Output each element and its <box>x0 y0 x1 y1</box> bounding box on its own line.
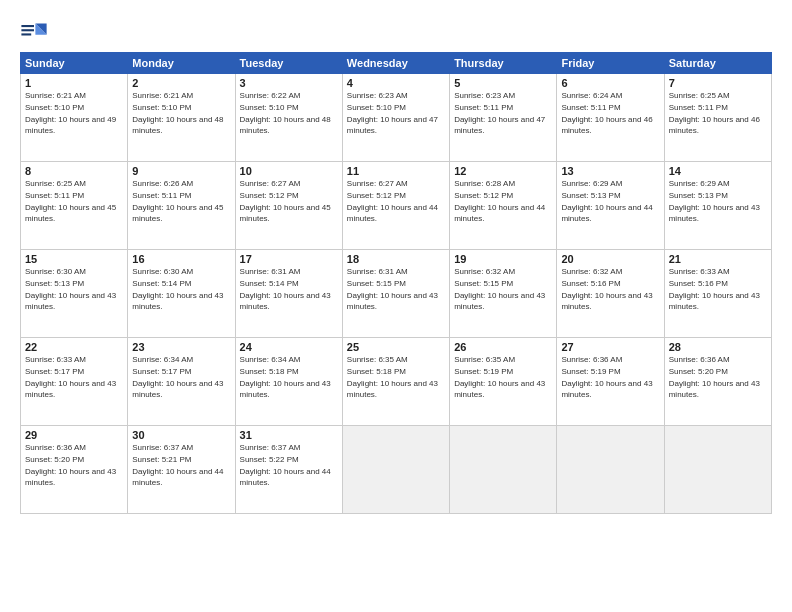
day-number: 18 <box>347 253 445 265</box>
day-number: 15 <box>25 253 123 265</box>
svg-rect-4 <box>21 29 34 31</box>
calendar-cell: 28 Sunrise: 6:36 AMSunset: 5:20 PMDaylig… <box>664 338 771 426</box>
day-number: 7 <box>669 77 767 89</box>
day-info: Sunrise: 6:23 AMSunset: 5:10 PMDaylight:… <box>347 91 438 135</box>
day-info: Sunrise: 6:27 AMSunset: 5:12 PMDaylight:… <box>347 179 438 223</box>
svg-rect-5 <box>21 33 31 35</box>
week-row-2: 8 Sunrise: 6:25 AMSunset: 5:11 PMDayligh… <box>21 162 772 250</box>
day-number: 8 <box>25 165 123 177</box>
calendar-cell: 14 Sunrise: 6:29 AMSunset: 5:13 PMDaylig… <box>664 162 771 250</box>
calendar-cell: 1 Sunrise: 6:21 AMSunset: 5:10 PMDayligh… <box>21 74 128 162</box>
day-info: Sunrise: 6:30 AMSunset: 5:13 PMDaylight:… <box>25 267 116 311</box>
day-info: Sunrise: 6:36 AMSunset: 5:19 PMDaylight:… <box>561 355 652 399</box>
day-info: Sunrise: 6:25 AMSunset: 5:11 PMDaylight:… <box>25 179 116 223</box>
day-number: 29 <box>25 429 123 441</box>
page: SundayMondayTuesdayWednesdayThursdayFrid… <box>0 0 792 612</box>
day-info: Sunrise: 6:37 AMSunset: 5:22 PMDaylight:… <box>240 443 331 487</box>
day-number: 11 <box>347 165 445 177</box>
calendar-cell: 25 Sunrise: 6:35 AMSunset: 5:18 PMDaylig… <box>342 338 449 426</box>
calendar-cell: 13 Sunrise: 6:29 AMSunset: 5:13 PMDaylig… <box>557 162 664 250</box>
calendar-cell: 5 Sunrise: 6:23 AMSunset: 5:11 PMDayligh… <box>450 74 557 162</box>
day-number: 4 <box>347 77 445 89</box>
day-info: Sunrise: 6:33 AMSunset: 5:17 PMDaylight:… <box>25 355 116 399</box>
day-number: 10 <box>240 165 338 177</box>
day-info: Sunrise: 6:28 AMSunset: 5:12 PMDaylight:… <box>454 179 545 223</box>
weekday-header-monday: Monday <box>128 53 235 74</box>
calendar-cell <box>664 426 771 514</box>
day-number: 12 <box>454 165 552 177</box>
day-number: 19 <box>454 253 552 265</box>
day-info: Sunrise: 6:24 AMSunset: 5:11 PMDaylight:… <box>561 91 652 135</box>
day-number: 5 <box>454 77 552 89</box>
day-number: 3 <box>240 77 338 89</box>
calendar-cell: 2 Sunrise: 6:21 AMSunset: 5:10 PMDayligh… <box>128 74 235 162</box>
week-row-3: 15 Sunrise: 6:30 AMSunset: 5:13 PMDaylig… <box>21 250 772 338</box>
calendar-cell: 6 Sunrise: 6:24 AMSunset: 5:11 PMDayligh… <box>557 74 664 162</box>
calendar-table: SundayMondayTuesdayWednesdayThursdayFrid… <box>20 52 772 514</box>
svg-rect-3 <box>21 25 34 27</box>
weekday-header-friday: Friday <box>557 53 664 74</box>
calendar-cell: 29 Sunrise: 6:36 AMSunset: 5:20 PMDaylig… <box>21 426 128 514</box>
calendar-cell: 12 Sunrise: 6:28 AMSunset: 5:12 PMDaylig… <box>450 162 557 250</box>
calendar-cell: 16 Sunrise: 6:30 AMSunset: 5:14 PMDaylig… <box>128 250 235 338</box>
day-info: Sunrise: 6:35 AMSunset: 5:19 PMDaylight:… <box>454 355 545 399</box>
day-number: 6 <box>561 77 659 89</box>
day-info: Sunrise: 6:31 AMSunset: 5:15 PMDaylight:… <box>347 267 438 311</box>
day-number: 14 <box>669 165 767 177</box>
week-row-1: 1 Sunrise: 6:21 AMSunset: 5:10 PMDayligh… <box>21 74 772 162</box>
day-info: Sunrise: 6:33 AMSunset: 5:16 PMDaylight:… <box>669 267 760 311</box>
day-number: 1 <box>25 77 123 89</box>
weekday-header-wednesday: Wednesday <box>342 53 449 74</box>
calendar-cell: 27 Sunrise: 6:36 AMSunset: 5:19 PMDaylig… <box>557 338 664 426</box>
calendar-cell: 11 Sunrise: 6:27 AMSunset: 5:12 PMDaylig… <box>342 162 449 250</box>
calendar-cell: 7 Sunrise: 6:25 AMSunset: 5:11 PMDayligh… <box>664 74 771 162</box>
day-info: Sunrise: 6:30 AMSunset: 5:14 PMDaylight:… <box>132 267 223 311</box>
day-number: 24 <box>240 341 338 353</box>
calendar-cell: 21 Sunrise: 6:33 AMSunset: 5:16 PMDaylig… <box>664 250 771 338</box>
logo-icon <box>20 18 48 46</box>
day-info: Sunrise: 6:21 AMSunset: 5:10 PMDaylight:… <box>25 91 116 135</box>
calendar-cell: 8 Sunrise: 6:25 AMSunset: 5:11 PMDayligh… <box>21 162 128 250</box>
calendar-cell: 31 Sunrise: 6:37 AMSunset: 5:22 PMDaylig… <box>235 426 342 514</box>
day-info: Sunrise: 6:36 AMSunset: 5:20 PMDaylight:… <box>25 443 116 487</box>
logo <box>20 18 52 46</box>
weekday-header-thursday: Thursday <box>450 53 557 74</box>
day-number: 22 <box>25 341 123 353</box>
day-info: Sunrise: 6:31 AMSunset: 5:14 PMDaylight:… <box>240 267 331 311</box>
day-number: 23 <box>132 341 230 353</box>
weekday-header-saturday: Saturday <box>664 53 771 74</box>
day-number: 27 <box>561 341 659 353</box>
day-info: Sunrise: 6:25 AMSunset: 5:11 PMDaylight:… <box>669 91 760 135</box>
day-info: Sunrise: 6:37 AMSunset: 5:21 PMDaylight:… <box>132 443 223 487</box>
calendar-cell: 4 Sunrise: 6:23 AMSunset: 5:10 PMDayligh… <box>342 74 449 162</box>
day-info: Sunrise: 6:22 AMSunset: 5:10 PMDaylight:… <box>240 91 331 135</box>
day-info: Sunrise: 6:26 AMSunset: 5:11 PMDaylight:… <box>132 179 223 223</box>
calendar-cell: 9 Sunrise: 6:26 AMSunset: 5:11 PMDayligh… <box>128 162 235 250</box>
day-number: 9 <box>132 165 230 177</box>
calendar-cell: 18 Sunrise: 6:31 AMSunset: 5:15 PMDaylig… <box>342 250 449 338</box>
day-info: Sunrise: 6:29 AMSunset: 5:13 PMDaylight:… <box>561 179 652 223</box>
calendar-cell: 10 Sunrise: 6:27 AMSunset: 5:12 PMDaylig… <box>235 162 342 250</box>
calendar-cell <box>557 426 664 514</box>
day-number: 17 <box>240 253 338 265</box>
calendar-cell: 24 Sunrise: 6:34 AMSunset: 5:18 PMDaylig… <box>235 338 342 426</box>
day-number: 31 <box>240 429 338 441</box>
calendar-cell: 23 Sunrise: 6:34 AMSunset: 5:17 PMDaylig… <box>128 338 235 426</box>
weekday-header-row: SundayMondayTuesdayWednesdayThursdayFrid… <box>21 53 772 74</box>
calendar-cell: 22 Sunrise: 6:33 AMSunset: 5:17 PMDaylig… <box>21 338 128 426</box>
calendar-cell: 17 Sunrise: 6:31 AMSunset: 5:14 PMDaylig… <box>235 250 342 338</box>
day-info: Sunrise: 6:21 AMSunset: 5:10 PMDaylight:… <box>132 91 223 135</box>
day-number: 25 <box>347 341 445 353</box>
calendar-cell <box>342 426 449 514</box>
weekday-header-sunday: Sunday <box>21 53 128 74</box>
weekday-header-tuesday: Tuesday <box>235 53 342 74</box>
day-info: Sunrise: 6:34 AMSunset: 5:18 PMDaylight:… <box>240 355 331 399</box>
day-info: Sunrise: 6:32 AMSunset: 5:15 PMDaylight:… <box>454 267 545 311</box>
day-number: 2 <box>132 77 230 89</box>
calendar-cell: 15 Sunrise: 6:30 AMSunset: 5:13 PMDaylig… <box>21 250 128 338</box>
day-info: Sunrise: 6:35 AMSunset: 5:18 PMDaylight:… <box>347 355 438 399</box>
header <box>20 18 772 46</box>
day-number: 28 <box>669 341 767 353</box>
week-row-5: 29 Sunrise: 6:36 AMSunset: 5:20 PMDaylig… <box>21 426 772 514</box>
day-number: 13 <box>561 165 659 177</box>
